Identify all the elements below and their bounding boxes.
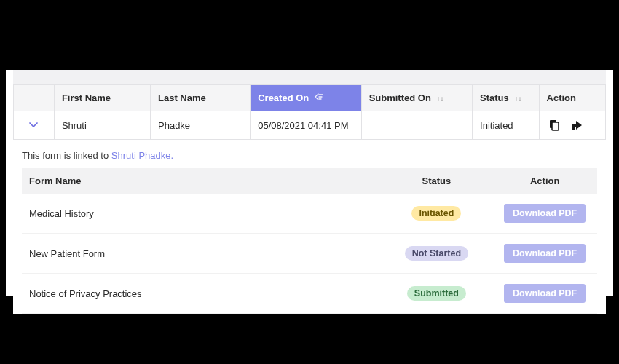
col-status-label: Status — [480, 92, 509, 103]
status-badge: Initiated — [411, 206, 461, 221]
col-created-on-label: Created On — [258, 92, 309, 103]
share-icon[interactable] — [570, 119, 585, 132]
forms-main-table: First Name Last Name Created On Submitte… — [13, 84, 606, 140]
col-submitted-on-label: Submitted On — [369, 92, 431, 103]
linked-text: This form is linked to Shruti Phadke. — [22, 150, 597, 161]
cell-first-name: Shruti — [54, 111, 150, 140]
sub-col-action: Action — [492, 168, 597, 194]
cell-status: Initiated — [473, 111, 539, 140]
forms-sub-table: Form Name Status Action Medical History … — [22, 168, 597, 314]
linked-prefix: This form is linked to — [22, 150, 111, 161]
cell-last-name: Phadke — [151, 111, 251, 140]
col-expand — [14, 85, 55, 111]
form-name: Medical History — [22, 194, 380, 234]
list-item: New Patient Form Not Started Download PD… — [22, 234, 597, 274]
cell-created-on: 05/08/2021 04:41 PM — [251, 111, 361, 140]
col-first-name[interactable]: First Name — [54, 85, 150, 111]
col-status[interactable]: Status ↑↓ — [473, 85, 539, 111]
col-last-name[interactable]: Last Name — [151, 85, 251, 111]
expand-toggle[interactable] — [21, 119, 47, 131]
sort-icon: ↑↓ — [514, 95, 521, 103]
sort-icon: ↑↓ — [436, 95, 443, 103]
download-pdf-button[interactable]: Download PDF — [504, 284, 586, 303]
download-pdf-button[interactable]: Download PDF — [504, 204, 586, 223]
status-badge: Not Started — [405, 246, 468, 261]
copy-icon[interactable] — [547, 119, 560, 132]
col-created-on[interactable]: Created On — [251, 85, 361, 111]
sort-desc-icon — [315, 93, 323, 103]
download-pdf-button[interactable]: Download PDF — [504, 244, 586, 263]
status-badge: Submitted — [407, 286, 466, 301]
table-row: Shruti Phadke 05/08/2021 04:41 PM Initia… — [14, 111, 606, 140]
form-name: Notice of Privacy Practices — [22, 274, 380, 314]
col-submitted-on[interactable]: Submitted On ↑↓ — [361, 85, 472, 111]
cell-submitted-on — [361, 111, 472, 140]
row-detail-panel: This form is linked to Shruti Phadke. Fo… — [13, 140, 606, 314]
svg-rect-1 — [552, 122, 559, 130]
linked-patient-link[interactable]: Shruti Phadke. — [111, 150, 173, 161]
sub-col-status: Status — [380, 168, 492, 194]
sub-col-form-name: Form Name — [22, 168, 380, 194]
list-item: Notice of Privacy Practices Submitted Do… — [22, 274, 597, 314]
list-item: Medical History Initiated Download PDF — [22, 194, 597, 234]
col-action: Action — [539, 85, 605, 111]
form-name: New Patient Form — [22, 234, 380, 274]
